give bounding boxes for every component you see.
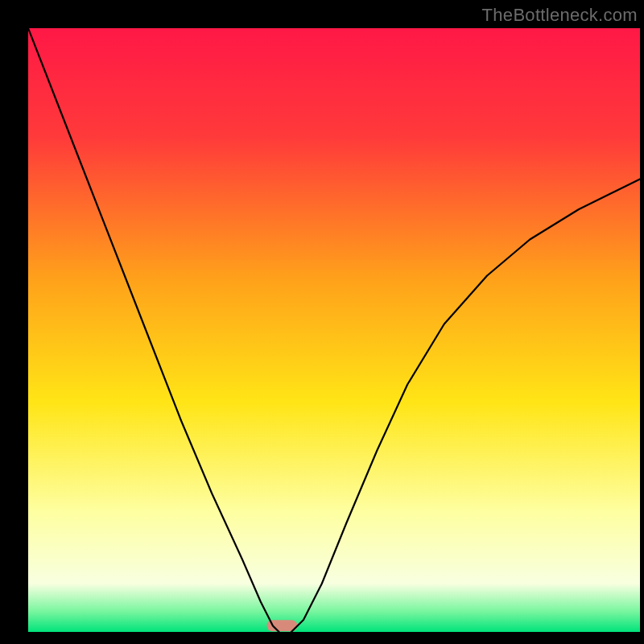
plot-area <box>28 28 640 632</box>
svg-rect-0 <box>28 28 640 632</box>
chart-container: TheBottleneck.com <box>0 0 644 644</box>
watermark-text: TheBottleneck.com <box>482 5 638 26</box>
bottleneck-chart <box>28 28 640 632</box>
